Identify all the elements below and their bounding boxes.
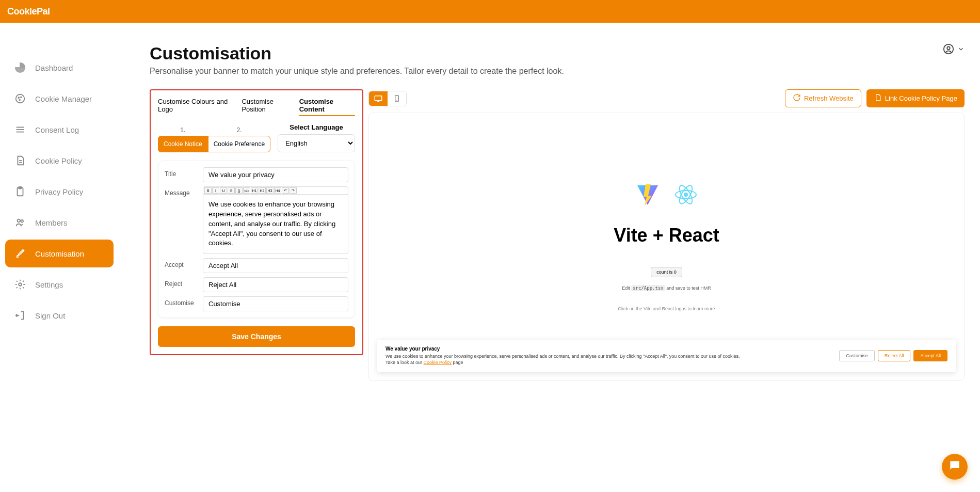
editor-h4-btn[interactable]: H4 — [274, 187, 281, 194]
sidebar-item-privacy-policy[interactable]: Privacy Policy — [5, 178, 114, 205]
sidebar-item-dashboard[interactable]: Dashboard — [5, 54, 114, 82]
message-label: Message — [165, 186, 198, 197]
sidebar-item-cookie-policy[interactable]: Cookie Policy — [5, 147, 114, 174]
banner-title: We value your privacy — [385, 346, 829, 352]
sidebar: Dashboard Cookie Manager Consent Log Coo… — [0, 23, 119, 396]
svg-point-1 — [18, 97, 19, 98]
editor-italic-btn[interactable]: I — [212, 187, 219, 194]
editor-redo-btn[interactable]: ↷ — [290, 187, 297, 194]
editor-toolbar: B I U S {} </> H1 H2 H3 H4 ↶ — [203, 187, 348, 195]
editor-underline-btn[interactable]: U — [220, 187, 227, 194]
message-textarea[interactable]: We use cookies to enhance your browsing … — [203, 195, 348, 253]
save-changes-button[interactable]: Save Changes — [158, 326, 355, 347]
reject-input[interactable] — [203, 277, 348, 292]
brush-icon — [14, 248, 26, 259]
banner-cookie-policy-link[interactable]: Cookie Policy — [424, 360, 452, 365]
banner-accept-button[interactable]: Accept All — [913, 350, 947, 361]
sidebar-item-label: Cookie Manager — [35, 94, 92, 103]
editor-bold-btn[interactable]: B — [204, 187, 212, 194]
refresh-icon — [793, 93, 801, 103]
preview-frame: Vite + React count is 0 Edit src/App.tsx… — [368, 113, 965, 381]
sidebar-item-settings[interactable]: Settings — [5, 271, 114, 298]
page-title: Customisation — [150, 43, 564, 64]
content-form: Title Message B I U S {} </> — [158, 161, 355, 318]
react-logo-icon — [673, 182, 698, 209]
accept-label: Accept — [165, 258, 198, 268]
preview-edit-hint: Edit src/App.tsx and save to test HMR — [622, 285, 711, 291]
refresh-website-button[interactable]: Refresh Website — [785, 89, 861, 107]
sidebar-item-cookie-manager[interactable]: Cookie Manager — [5, 85, 114, 113]
cookie-icon — [14, 93, 26, 104]
sidebar-item-label: Customisation — [35, 249, 84, 258]
sidebar-item-label: Privacy Policy — [35, 187, 83, 196]
subtab-cookie-preference[interactable]: Cookie Preference — [208, 136, 270, 152]
desktop-view-button[interactable] — [369, 91, 388, 106]
tab-colours[interactable]: Customise Colours and Logo — [158, 98, 236, 116]
tab-content[interactable]: Customise Content — [299, 98, 355, 116]
sidebar-item-label: Settings — [35, 280, 63, 289]
link-cookie-policy-button[interactable]: Link Cookie Policy Page — [866, 89, 965, 107]
list-icon — [14, 124, 26, 135]
svg-point-13 — [19, 283, 22, 286]
clipboard-icon — [14, 186, 26, 197]
editor-h3-btn[interactable]: H3 — [266, 187, 274, 194]
accept-input[interactable] — [203, 258, 348, 273]
sidebar-item-label: Dashboard — [35, 64, 73, 72]
gear-icon — [14, 279, 26, 290]
editor-code-btn[interactable]: {} — [235, 187, 243, 194]
tab-position[interactable]: Customise Position — [242, 98, 294, 116]
editor-undo-btn[interactable]: ↶ — [282, 187, 289, 194]
sidebar-item-label: Sign Out — [35, 311, 65, 320]
svg-point-2 — [21, 97, 22, 98]
language-select[interactable]: English — [278, 134, 355, 152]
page-subtitle: Personalise your banner to match your un… — [150, 67, 564, 76]
svg-point-11 — [18, 219, 21, 223]
sidebar-item-consent-log[interactable]: Consent Log — [5, 116, 114, 144]
subtab-cookie-notice[interactable]: Cookie Notice — [158, 136, 208, 152]
banner-customise-button[interactable]: Customise — [839, 350, 875, 361]
document-icon — [874, 93, 882, 103]
sidebar-item-label: Cookie Policy — [35, 156, 82, 165]
banner-reject-button[interactable]: Reject All — [878, 350, 911, 361]
device-toggle — [368, 91, 407, 106]
sidebar-item-label: Consent Log — [35, 125, 79, 134]
sidebar-item-customisation[interactable]: Customisation — [5, 240, 114, 267]
subtab-number: 2. — [236, 126, 242, 134]
user-icon — [943, 43, 954, 57]
editor-strike-btn[interactable]: S — [228, 187, 235, 194]
customise-panel: Customise Colours and Logo Customise Pos… — [150, 89, 363, 355]
customise-tabs: Customise Colours and Logo Customise Pos… — [158, 98, 355, 116]
customise-input[interactable] — [203, 296, 348, 311]
mobile-view-button[interactable] — [388, 91, 406, 106]
document-icon — [14, 155, 26, 166]
sidebar-item-members[interactable]: Members — [5, 209, 114, 236]
language-label: Select Language — [278, 123, 355, 131]
editor-h1-btn[interactable]: H1 — [251, 187, 258, 194]
svg-point-3 — [19, 100, 20, 101]
sidebar-item-sign-out[interactable]: Sign Out — [5, 301, 114, 329]
title-input[interactable] — [203, 167, 348, 182]
brand-logo: CookiePal — [7, 6, 50, 17]
title-label: Title — [165, 167, 198, 178]
subtab-number: 1. — [180, 126, 185, 134]
svg-point-0 — [16, 94, 25, 103]
sidebar-item-label: Members — [35, 218, 68, 227]
message-editor: B I U S {} </> H1 H2 H3 H4 ↶ — [203, 186, 348, 254]
users-icon — [14, 217, 26, 228]
editor-html-btn[interactable]: </> — [243, 187, 250, 194]
top-bar: CookiePal — [0, 0, 980, 23]
svg-point-23 — [684, 193, 687, 196]
preview-app-title: Vite + React — [614, 225, 719, 246]
sign-out-icon — [14, 310, 26, 321]
editor-h2-btn[interactable]: H2 — [259, 187, 266, 194]
pie-chart-icon — [14, 62, 26, 73]
svg-point-12 — [21, 220, 23, 223]
chevron-down-icon — [957, 45, 965, 55]
vite-logo-icon — [635, 182, 660, 209]
svg-point-15 — [947, 46, 950, 50]
customise-label: Customise — [165, 296, 198, 307]
user-menu[interactable] — [943, 43, 965, 57]
svg-rect-16 — [375, 96, 382, 100]
preview-learn-hint: Click on the Vite and React logos to lea… — [618, 306, 715, 311]
cookie-banner-preview: We value your privacy We use cookies to … — [377, 340, 956, 372]
